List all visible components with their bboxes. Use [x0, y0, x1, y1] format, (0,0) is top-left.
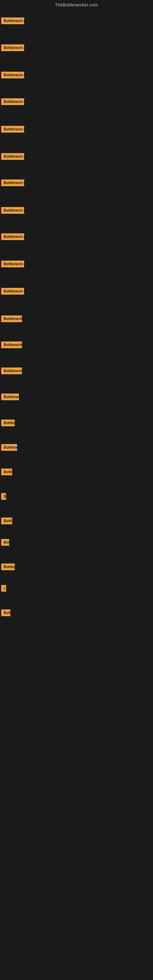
bar-row: Bottleneck result: [0, 98, 25, 106]
bottleneck-bar[interactable]: Bottleneck result: [1, 233, 24, 240]
bottleneck-bar[interactable]: Bottleneck result: [1, 261, 24, 267]
bottleneck-bar[interactable]: Bottleneck result: [1, 207, 24, 214]
bar-row: Bottleneck result: [0, 288, 25, 296]
bar-row: Bottleneck: [0, 444, 18, 452]
bar-row: Bottleneck result: [0, 18, 25, 25]
bar-row: I: [0, 585, 7, 593]
bar-row: Bottleneck resu: [0, 315, 22, 323]
bar-row: Bottleneck resu: [0, 368, 22, 375]
bottleneck-bar[interactable]: Bottl: [1, 517, 12, 524]
bar-row: Bottlen: [0, 420, 15, 428]
bottleneck-bar[interactable]: Bottleneck resu: [1, 342, 22, 348]
bar-row: Bottleneck resu: [0, 342, 22, 350]
bar-row: Bottl: [0, 517, 13, 525]
bar-row: Bottleneck result: [0, 45, 25, 52]
bar-row: Bottleneck result: [0, 72, 25, 80]
bottleneck-bar[interactable]: Bot: [1, 539, 9, 546]
bar-row: Bot: [0, 539, 10, 547]
bottleneck-bar[interactable]: Bottleneck result: [1, 153, 24, 160]
bottleneck-bar[interactable]: Bottlen: [1, 420, 15, 426]
bottleneck-bar[interactable]: Bottleneck resu: [1, 315, 22, 322]
bar-row: Bottl: [0, 469, 13, 477]
bottleneck-bar[interactable]: Bottleneck result: [1, 126, 24, 133]
bar-row: Bottleneck result: [0, 207, 25, 215]
bottleneck-bar[interactable]: Bottleneck resu: [1, 368, 22, 374]
bar-row: Bott: [0, 609, 11, 617]
bottleneck-bar[interactable]: Bottleneck r: [1, 393, 19, 400]
bottleneck-bar[interactable]: Bottleneck result: [1, 45, 24, 51]
bottleneck-bar[interactable]: Bottleneck: [1, 444, 17, 451]
bottleneck-bar[interactable]: Bottleneck result: [1, 72, 24, 78]
bar-row: Bottleneck result: [0, 261, 25, 269]
bar-row: Bottleneck result: [0, 126, 25, 134]
bottleneck-bar[interactable]: Bottleneck result: [1, 180, 24, 186]
bar-row: Bottleneck result: [0, 153, 25, 161]
site-title: TheBottlenecker.com: [0, 0, 153, 10]
bar-row: Bottleneck result: [0, 180, 25, 188]
bottleneck-bar[interactable]: Bott: [1, 609, 10, 616]
bottleneck-bar[interactable]: Bottleneck result: [1, 98, 24, 105]
bottleneck-bar[interactable]: Bottlen: [1, 563, 15, 570]
bar-row: Bottleneck r: [0, 393, 19, 401]
bar-row: Bottlen: [0, 563, 15, 571]
bottleneck-bar[interactable]: I: [1, 585, 6, 592]
bar-row: B: [0, 493, 7, 501]
bottleneck-bar[interactable]: Bottl: [1, 469, 12, 475]
bottleneck-bar[interactable]: B: [1, 493, 6, 500]
bottleneck-bar[interactable]: Bottleneck result: [1, 288, 24, 294]
bar-row: Bottleneck result: [0, 233, 25, 241]
bottleneck-bar[interactable]: Bottleneck result: [1, 18, 24, 24]
